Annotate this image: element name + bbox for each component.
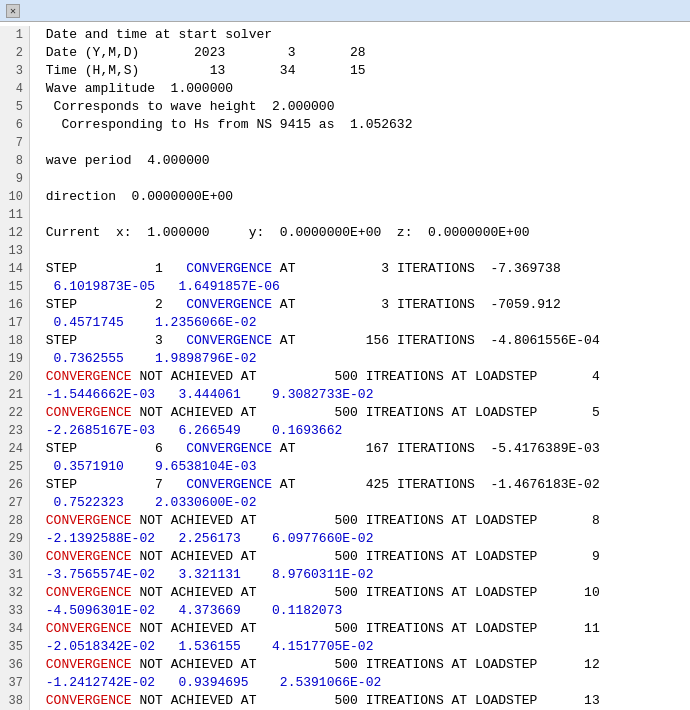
table-row: 11: [0, 206, 690, 224]
line-content: Current x: 1.000000 y: 0.0000000E+00 z: …: [30, 224, 529, 242]
table-row: 37 -1.2412742E-02 0.9394695 2.5391066E-0…: [0, 674, 690, 692]
line-number: 7: [0, 134, 30, 152]
line-content: STEP 6 CONVERGENCE AT 167 ITERATIONS -5.…: [30, 440, 600, 458]
table-row: 27 0.7522323 2.0330600E-02: [0, 494, 690, 512]
line-content: Time (H,M,S) 13 34 15: [30, 62, 366, 80]
line-content: -2.2685167E-03 6.266549 0.1693662: [30, 422, 342, 440]
line-number: 13: [0, 242, 30, 260]
table-row: 7: [0, 134, 690, 152]
line-number: 3: [0, 62, 30, 80]
table-row: 10 direction 0.0000000E+00: [0, 188, 690, 206]
line-number: 21: [0, 386, 30, 404]
line-content: -3.7565574E-02 3.321131 8.9760311E-02: [30, 566, 373, 584]
line-number: 34: [0, 620, 30, 638]
line-content: 0.7362555 1.9898796E-02: [30, 350, 256, 368]
table-row: 34 CONVERGENCE NOT ACHIEVED AT 500 ITREA…: [0, 620, 690, 638]
table-row: 1 Date and time at start solver: [0, 26, 690, 44]
line-content: Wave amplitude 1.000000: [30, 80, 233, 98]
line-content: STEP 3 CONVERGENCE AT 156 ITERATIONS -4.…: [30, 332, 600, 350]
line-content: STEP 7 CONVERGENCE AT 425 ITERATIONS -1.…: [30, 476, 600, 494]
table-row: 26 STEP 7 CONVERGENCE AT 425 ITERATIONS …: [0, 476, 690, 494]
line-number: 20: [0, 368, 30, 386]
table-row: 18 STEP 3 CONVERGENCE AT 156 ITERATIONS …: [0, 332, 690, 350]
line-number: 33: [0, 602, 30, 620]
line-number: 27: [0, 494, 30, 512]
table-row: 24 STEP 6 CONVERGENCE AT 167 ITERATIONS …: [0, 440, 690, 458]
line-number: 25: [0, 458, 30, 476]
table-row: 5 Corresponds to wave height 2.000000: [0, 98, 690, 116]
line-content: CONVERGENCE NOT ACHIEVED AT 500 ITREATIO…: [30, 584, 600, 602]
table-row: 6 Corresponding to Hs from NS 9415 as 1.…: [0, 116, 690, 134]
line-number: 32: [0, 584, 30, 602]
table-row: 4 Wave amplitude 1.000000: [0, 80, 690, 98]
line-number: 5: [0, 98, 30, 116]
table-row: 15 6.1019873E-05 1.6491857E-06: [0, 278, 690, 296]
line-content: 6.1019873E-05 1.6491857E-06: [30, 278, 280, 296]
line-content: Corresponds to wave height 2.000000: [30, 98, 334, 116]
line-number: 36: [0, 656, 30, 674]
line-number: 4: [0, 80, 30, 98]
line-number: 35: [0, 638, 30, 656]
table-row: 33 -4.5096301E-02 4.373669 0.1182073: [0, 602, 690, 620]
table-row: 20 CONVERGENCE NOT ACHIEVED AT 500 ITREA…: [0, 368, 690, 386]
table-row: 30 CONVERGENCE NOT ACHIEVED AT 500 ITREA…: [0, 548, 690, 566]
table-row: 32 CONVERGENCE NOT ACHIEVED AT 500 ITREA…: [0, 584, 690, 602]
close-button[interactable]: ✕: [6, 4, 20, 18]
line-number: 2: [0, 44, 30, 62]
line-content: wave period 4.000000: [30, 152, 210, 170]
table-row: 31 -3.7565574E-02 3.321131 8.9760311E-02: [0, 566, 690, 584]
table-row: 16 STEP 2 CONVERGENCE AT 3 ITERATIONS -7…: [0, 296, 690, 314]
line-number: 23: [0, 422, 30, 440]
line-number: 9: [0, 170, 30, 188]
table-row: 35 -2.0518342E-02 1.536155 4.1517705E-02: [0, 638, 690, 656]
line-number: 14: [0, 260, 30, 278]
line-number: 15: [0, 278, 30, 296]
line-number: 12: [0, 224, 30, 242]
line-content: Date and time at start solver: [30, 26, 272, 44]
line-number: 18: [0, 332, 30, 350]
line-content: CONVERGENCE NOT ACHIEVED AT 500 ITREATIO…: [30, 368, 600, 386]
table-row: 22 CONVERGENCE NOT ACHIEVED AT 500 ITREA…: [0, 404, 690, 422]
line-number: 16: [0, 296, 30, 314]
line-content: 0.3571910 9.6538104E-03: [30, 458, 256, 476]
line-content: CONVERGENCE NOT ACHIEVED AT 500 ITREATIO…: [30, 404, 600, 422]
line-number: 10: [0, 188, 30, 206]
line-content: CONVERGENCE NOT ACHIEVED AT 500 ITREATIO…: [30, 656, 600, 674]
line-number: 28: [0, 512, 30, 530]
line-content: CONVERGENCE NOT ACHIEVED AT 500 ITREATIO…: [30, 620, 600, 638]
line-content: CONVERGENCE NOT ACHIEVED AT 500 ITREATIO…: [30, 548, 600, 566]
line-number: 1: [0, 26, 30, 44]
table-row: 13: [0, 242, 690, 260]
table-row: 14 STEP 1 CONVERGENCE AT 3 ITERATIONS -7…: [0, 260, 690, 278]
table-row: 21 -1.5446662E-03 3.444061 9.3082733E-02: [0, 386, 690, 404]
line-content: direction 0.0000000E+00: [30, 188, 233, 206]
title-bar: ✕: [0, 0, 690, 22]
table-row: 25 0.3571910 9.6538104E-03: [0, 458, 690, 476]
line-number: 19: [0, 350, 30, 368]
line-number: 31: [0, 566, 30, 584]
line-number: 37: [0, 674, 30, 692]
line-content: -1.5446662E-03 3.444061 9.3082733E-02: [30, 386, 373, 404]
line-number: 11: [0, 206, 30, 224]
line-content: -4.5096301E-02 4.373669 0.1182073: [30, 602, 342, 620]
line-content: CONVERGENCE NOT ACHIEVED AT 500 ITREATIO…: [30, 512, 600, 530]
content-area: 1 Date and time at start solver2 Date (Y…: [0, 22, 690, 710]
line-number: 22: [0, 404, 30, 422]
line-number: 8: [0, 152, 30, 170]
line-content: Corresponding to Hs from NS 9415 as 1.05…: [30, 116, 412, 134]
table-row: 3 Time (H,M,S) 13 34 15: [0, 62, 690, 80]
line-content: CONVERGENCE NOT ACHIEVED AT 500 ITREATIO…: [30, 692, 600, 710]
table-row: 19 0.7362555 1.9898796E-02: [0, 350, 690, 368]
line-content: 0.4571745 1.2356066E-02: [30, 314, 256, 332]
table-row: 17 0.4571745 1.2356066E-02: [0, 314, 690, 332]
line-number: 26: [0, 476, 30, 494]
line-content: STEP 1 CONVERGENCE AT 3 ITERATIONS -7.36…: [30, 260, 561, 278]
line-content: 0.7522323 2.0330600E-02: [30, 494, 256, 512]
line-number: 29: [0, 530, 30, 548]
table-row: 12 Current x: 1.000000 y: 0.0000000E+00 …: [0, 224, 690, 242]
line-number: 6: [0, 116, 30, 134]
line-content: Date (Y,M,D) 2023 3 28: [30, 44, 366, 62]
line-content: -2.0518342E-02 1.536155 4.1517705E-02: [30, 638, 373, 656]
line-content: STEP 2 CONVERGENCE AT 3 ITERATIONS -7059…: [30, 296, 561, 314]
line-content: -2.1392588E-02 2.256173 6.0977660E-02: [30, 530, 373, 548]
